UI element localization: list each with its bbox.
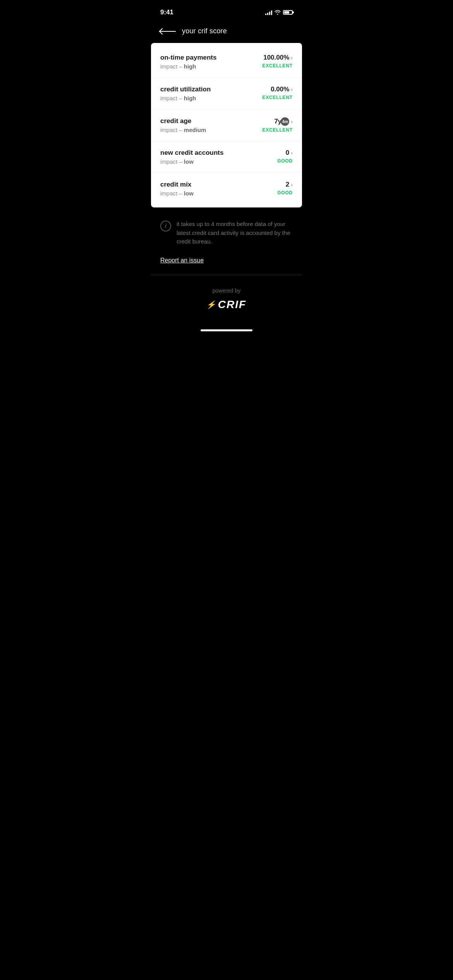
row-value: 100.00% › <box>263 54 293 62</box>
wifi-icon <box>275 10 281 15</box>
row-impact: impact – low <box>160 190 194 197</box>
row-status: GOOD <box>277 190 293 195</box>
chevron-icon: › <box>291 150 293 156</box>
status-bar: 9:41 <box>151 0 302 19</box>
report-section: Report an issue <box>151 257 302 275</box>
row-value: 7y 4m › <box>274 117 293 126</box>
status-icons <box>265 10 293 15</box>
age-badge: 4m <box>281 117 289 126</box>
row-title: credit utilization <box>160 86 211 93</box>
home-indicator <box>151 326 302 336</box>
score-factors-card: on-time payments impact – high 100.00% ›… <box>151 43 302 207</box>
row-right: 0.00% › EXCELLENT <box>262 86 293 100</box>
row-right: 0 › GOOD <box>277 149 293 164</box>
info-text: it takes up to 4 months before data of y… <box>177 220 293 246</box>
row-impact: impact – medium <box>160 127 206 133</box>
chevron-icon: › <box>291 86 293 93</box>
crif-logo: ⚡ CRIF <box>207 298 246 311</box>
status-time: 9:41 <box>160 9 173 16</box>
row-title: credit mix <box>160 181 194 188</box>
row-left: on-time payments impact – high <box>160 54 216 70</box>
row-left: credit age impact – medium <box>160 117 206 133</box>
row-left: credit utilization impact – high <box>160 86 211 101</box>
footer: powered by ⚡ CRIF <box>151 275 302 326</box>
row-impact: impact – high <box>160 95 211 101</box>
chevron-icon: › <box>291 118 293 125</box>
row-status: EXCELLENT <box>262 95 293 100</box>
on-time-payments-row[interactable]: on-time payments impact – high 100.00% ›… <box>151 46 302 78</box>
info-section: i it takes up to 4 months before data of… <box>151 209 302 257</box>
row-title: on-time payments <box>160 54 216 62</box>
signal-icon <box>265 10 272 15</box>
row-left: credit mix impact – low <box>160 181 194 197</box>
chevron-icon: › <box>291 182 293 188</box>
credit-utilization-row[interactable]: credit utilization impact – high 0.00% ›… <box>151 78 302 110</box>
row-title: new credit accounts <box>160 149 223 157</box>
row-status: EXCELLENT <box>262 127 293 133</box>
row-value: 0.00% › <box>271 86 293 93</box>
powered-by-label: powered by <box>213 288 240 294</box>
back-arrow-icon <box>160 31 176 32</box>
info-icon: i <box>160 221 171 231</box>
row-right: 2 › GOOD <box>277 181 293 195</box>
chevron-icon: › <box>291 55 293 61</box>
back-button[interactable] <box>160 31 176 32</box>
credit-age-row[interactable]: credit age impact – medium 7y 4m › EXCEL… <box>151 110 302 141</box>
row-right: 7y 4m › EXCELLENT <box>262 117 293 133</box>
header: your crif score <box>151 19 302 41</box>
row-value: 2 › <box>286 181 293 188</box>
row-impact: impact – low <box>160 158 223 165</box>
row-title: credit age <box>160 117 206 125</box>
row-left: new credit accounts impact – low <box>160 149 223 165</box>
new-credit-accounts-row[interactable]: new credit accounts impact – low 0 › GOO… <box>151 141 302 173</box>
info-letter: i <box>165 223 166 229</box>
battery-icon <box>283 10 293 15</box>
crif-lightning-icon: ⚡ <box>206 300 217 309</box>
row-status: EXCELLENT <box>262 63 293 69</box>
page-title: your crif score <box>182 27 227 35</box>
crif-brand-name: CRIF <box>218 298 246 311</box>
report-issue-link[interactable]: Report an issue <box>160 257 204 264</box>
credit-mix-row[interactable]: credit mix impact – low 2 › GOOD <box>151 173 302 204</box>
row-status: GOOD <box>277 158 293 164</box>
home-bar <box>201 329 252 331</box>
row-impact: impact – high <box>160 63 216 70</box>
row-right: 100.00% › EXCELLENT <box>262 54 293 69</box>
row-value: 0 › <box>286 149 293 157</box>
